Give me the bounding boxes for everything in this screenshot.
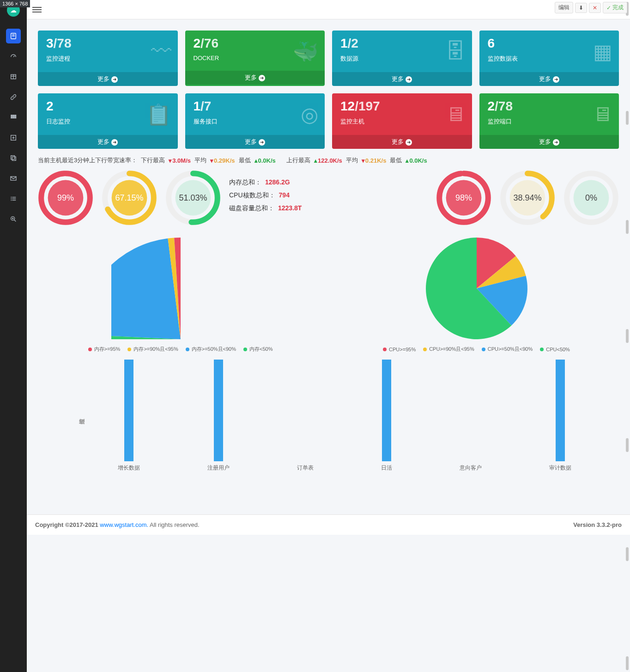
gauge: 99% — [38, 170, 93, 226]
page-toolbar: 编辑 ⬇ ✕ ✓ 完成 — [555, 2, 627, 13]
gauge: 67.15% — [102, 170, 157, 226]
more-link[interactable]: 更多 — [332, 72, 472, 86]
more-link[interactable]: 更多 — [185, 71, 325, 85]
stat-card: 6监控数据表▦更多 — [479, 31, 619, 86]
bar-column: 订单表 — [297, 461, 314, 472]
close-button[interactable]: ✕ — [589, 3, 601, 13]
bandwidth-summary: 当前主机最近3分钟上下行带宽速率： 下行最高3.0M/s 平均0.29K/s 最… — [38, 156, 619, 165]
svg-point-23 — [11, 198, 12, 199]
footer-link[interactable]: www.wgstart.com. — [100, 521, 148, 528]
nav-dashboard[interactable] — [6, 29, 21, 43]
stat-card: 12/197监控主机🖥更多 — [332, 93, 472, 149]
stat-card: 2日志监控📋更多 — [38, 93, 178, 149]
bar-column: 注册用户 — [207, 360, 230, 472]
nav-mail[interactable] — [6, 171, 21, 186]
stat-card: 2/76DOCKER🐳更多 — [185, 31, 325, 86]
svg-rect-16 — [12, 157, 16, 160]
bar-column: 增长数据 — [118, 360, 140, 472]
more-link[interactable]: 更多 — [38, 135, 178, 149]
svg-rect-7 — [11, 115, 12, 116]
svg-rect-11 — [13, 117, 14, 118]
nav-zoom[interactable] — [6, 212, 21, 226]
sidebar: ☁ — [0, 0, 27, 535]
nav-add[interactable] — [6, 130, 21, 145]
svg-rect-12 — [15, 117, 16, 118]
pie-chart: CPU>=95%CPU>=90%且<95%CPU>=50%且<90%CPU<50… — [334, 233, 619, 353]
more-link[interactable]: 更多 — [479, 72, 619, 86]
gauge: 51.03% — [165, 170, 221, 226]
bar-column: 审计数据 — [549, 360, 571, 472]
svg-point-24 — [11, 200, 12, 201]
download-button[interactable]: ⬇ — [575, 3, 587, 13]
nav-list[interactable] — [6, 191, 21, 206]
svg-line-26 — [14, 220, 16, 221]
more-link[interactable]: 更多 — [38, 72, 178, 86]
svg-point-22 — [11, 197, 12, 197]
gauge: 0% — [563, 170, 619, 226]
nav-grid[interactable] — [6, 110, 21, 125]
gauge: 98% — [436, 170, 491, 226]
stat-card: 2/78监控端口🖥更多 — [479, 93, 619, 149]
bar-column: 日活 — [381, 360, 392, 472]
svg-line-3 — [13, 56, 15, 57]
totals: 内存总和：1286.2G CPU核数总和：794 磁盘容量总和：1223.8T — [229, 174, 428, 217]
svg-rect-9 — [15, 115, 16, 116]
nav-table[interactable] — [6, 69, 21, 84]
stat-card: 1/2数据源🗄更多 — [332, 31, 472, 86]
pie-chart: 内存>=95%内存>=90%且<95%内存>=50%且<90%内存<50% — [38, 233, 323, 353]
done-button[interactable]: ✓ 完成 — [603, 2, 627, 13]
stat-card: 3/78监控进程〰更多 — [38, 31, 178, 86]
nav-copy[interactable] — [6, 151, 21, 165]
bar-column: 意向客户 — [460, 461, 482, 472]
edit-button[interactable]: 编辑 — [555, 2, 573, 13]
menu-toggle[interactable] — [32, 6, 42, 14]
topbar — [27, 0, 630, 19]
nav-link[interactable] — [6, 90, 21, 104]
more-link[interactable]: 更多 — [479, 135, 619, 149]
gauge: 38.94% — [500, 170, 555, 226]
more-link[interactable]: 更多 — [185, 135, 325, 149]
more-link[interactable]: 更多 — [332, 135, 472, 149]
footer: Copyright ©2017-2021 www.wgstart.com. Al… — [27, 514, 630, 535]
dimension-tag: 1366 × 768 — [0, 0, 30, 7]
svg-rect-10 — [11, 117, 12, 118]
nav-speed[interactable] — [6, 49, 21, 64]
svg-rect-8 — [13, 115, 14, 116]
svg-rect-17 — [11, 156, 15, 159]
bar-chart: 运维监控 增长数据注册用户订单表日活意向客户审计数据 — [38, 361, 619, 490]
version: Version 3.3.2-pro — [573, 521, 622, 528]
stat-card: 1/7服务接口◎更多 — [185, 93, 325, 149]
